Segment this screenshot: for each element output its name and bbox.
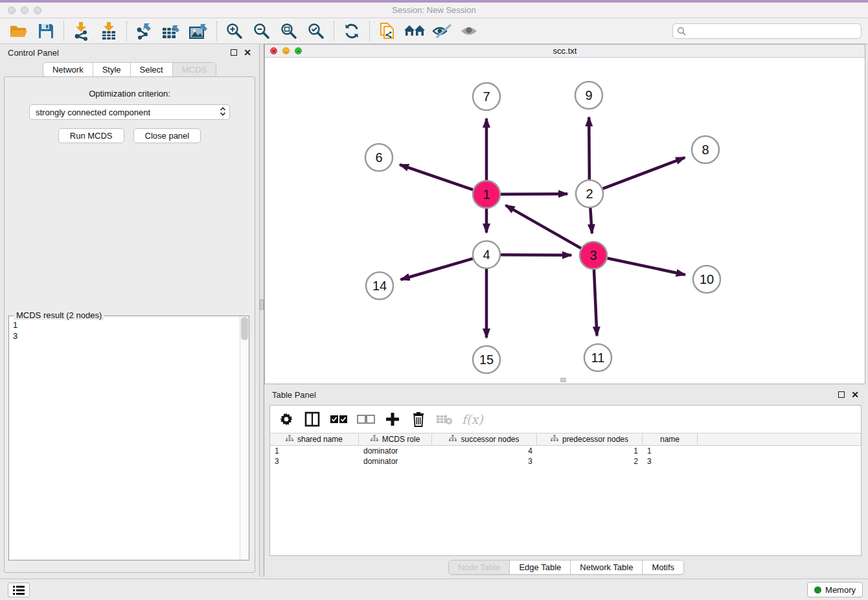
graph-node-3[interactable]: 3 — [580, 242, 607, 269]
panel-divider-handle[interactable] — [260, 299, 264, 310]
table-cell[interactable]: 3 — [432, 456, 537, 467]
graph-node-4[interactable]: 4 — [473, 241, 500, 268]
graph-node-9[interactable]: 9 — [575, 82, 602, 109]
graph-node-15[interactable]: 15 — [473, 346, 500, 373]
column-header-MCDS-role[interactable]: MCDS role — [359, 433, 432, 445]
save-session-icon[interactable] — [35, 21, 57, 41]
criterion-dropdown[interactable]: strongly connected component — [29, 104, 230, 120]
table-tab-edge-table[interactable]: Edge Table — [510, 560, 571, 574]
duplicate-network-icon[interactable] — [376, 21, 398, 41]
table-cell[interactable]: dominator — [359, 456, 432, 467]
memory-button[interactable]: Memory — [807, 582, 863, 597]
zoom-selected-icon[interactable] — [305, 21, 327, 41]
column-header-shared-name[interactable]: shared name — [270, 433, 359, 445]
graph-node-8[interactable]: 8 — [692, 136, 719, 163]
graph-node-7[interactable]: 7 — [473, 83, 500, 110]
mcds-result-text[interactable]: 1 3 — [9, 317, 240, 560]
zoom-window-button[interactable] — [34, 6, 41, 14]
node-table[interactable]: shared nameMCDS rolesuccessor nodesprede… — [270, 433, 861, 467]
result-scrollbar[interactable] — [240, 316, 249, 560]
clear-checkboxes-icon[interactable] — [357, 411, 375, 428]
add-column-icon[interactable] — [384, 411, 401, 428]
delete-column-icon[interactable] — [410, 411, 427, 428]
table-cell[interactable]: dominator — [359, 446, 432, 456]
network-minimize-button[interactable]: – — [282, 47, 290, 54]
window-titlebar: Session: New Session — [0, 3, 868, 18]
edge-2-to-8[interactable] — [603, 157, 685, 189]
delete-table-icon[interactable] — [436, 411, 453, 428]
svg-text:7: 7 — [483, 89, 490, 104]
close-table-panel-icon[interactable]: ✕ — [851, 391, 859, 398]
column-header-predecessor-nodes[interactable]: predecessor nodes — [537, 433, 643, 445]
edge-3-to-10[interactable] — [608, 259, 685, 275]
table-cell[interactable]: 1 — [270, 446, 359, 456]
search-box[interactable] — [672, 23, 862, 39]
edge-1-to-2[interactable] — [501, 194, 567, 194]
table-row[interactable]: 3dominator323 — [270, 456, 861, 467]
select-all-checkboxes-icon[interactable] — [330, 411, 348, 428]
panel-divider[interactable] — [259, 44, 264, 577]
column-header-name[interactable]: name — [643, 433, 698, 445]
table-tab-network-table[interactable]: Network Table — [571, 560, 643, 574]
table-cell[interactable]: 3 — [270, 456, 359, 467]
zoom-fit-icon[interactable] — [278, 21, 300, 41]
tab-network[interactable]: Network — [43, 63, 93, 76]
export-image-icon[interactable] — [188, 21, 210, 41]
export-network-icon[interactable] — [133, 21, 155, 41]
edge-4-to-14[interactable] — [401, 259, 473, 279]
table-row[interactable]: 1dominator411 — [270, 446, 861, 456]
tab-select[interactable]: Select — [131, 63, 173, 76]
zoom-out-icon[interactable] — [251, 21, 273, 41]
show-eye-icon[interactable] — [458, 21, 480, 41]
edge-3-to-1[interactable] — [506, 205, 581, 248]
edge-3-to-11[interactable] — [594, 270, 597, 336]
network-window-titlebar[interactable]: ✕ – + scc.txt — [265, 45, 865, 58]
column-header-successor-nodes[interactable]: successor nodes — [432, 433, 537, 445]
open-session-icon[interactable] — [8, 21, 30, 41]
tab-mcds[interactable]: MCDS — [173, 63, 216, 76]
network-canvas[interactable]: 7968124314101511 — [265, 58, 865, 384]
close-panel-icon[interactable]: ✕ — [244, 49, 251, 56]
tab-style[interactable]: Style — [93, 63, 131, 76]
result-scrollbar-thumb[interactable] — [241, 317, 248, 340]
task-history-button[interactable] — [8, 583, 30, 597]
hide-eye-icon[interactable] — [431, 21, 453, 41]
edge-4-to-3[interactable] — [501, 255, 571, 255]
table-cell[interactable]: 1 — [643, 446, 698, 456]
edge-2-to-3[interactable] — [590, 208, 591, 233]
search-input[interactable] — [689, 26, 857, 36]
canvas-resize-handle[interactable] — [560, 378, 566, 382]
table-tab-motifs[interactable]: Motifs — [643, 560, 683, 574]
table-cell[interactable]: 4 — [432, 446, 537, 456]
refresh-icon[interactable] — [341, 21, 363, 41]
table-settings-gear-icon[interactable] — [278, 411, 295, 428]
graph-node-2[interactable]: 2 — [576, 180, 603, 207]
function-builder-icon[interactable]: f(x) — [462, 411, 483, 428]
network-close-button[interactable]: ✕ — [270, 47, 277, 54]
float-panel-icon[interactable] — [231, 49, 237, 56]
export-table-icon[interactable] — [161, 21, 183, 41]
graph-node-14[interactable]: 14 — [366, 272, 393, 299]
graph-node-11[interactable]: 11 — [584, 344, 611, 371]
run-mcds-button[interactable]: Run MCDS — [58, 128, 124, 143]
edge-2-to-9[interactable] — [589, 117, 589, 179]
import-table-icon[interactable] — [98, 21, 120, 41]
show-columns-icon[interactable] — [304, 411, 321, 428]
minimize-window-button[interactable] — [21, 6, 29, 14]
table-tab-node-table[interactable]: Node Table — [449, 560, 510, 574]
network-graph[interactable]: 7968124314101511 — [265, 58, 865, 384]
graph-node-1[interactable]: 1 — [473, 181, 500, 208]
graph-node-10[interactable]: 10 — [693, 266, 720, 293]
two-houses-icon[interactable] — [404, 21, 426, 41]
close-panel-button[interactable]: Close panel — [133, 128, 201, 143]
float-table-panel-icon[interactable] — [838, 391, 845, 398]
edge-1-to-6[interactable] — [400, 165, 473, 190]
table-cell[interactable]: 1 — [537, 446, 643, 456]
network-zoom-button[interactable]: + — [295, 47, 302, 54]
table-cell[interactable]: 3 — [643, 456, 698, 467]
table-cell[interactable]: 2 — [537, 456, 643, 467]
zoom-in-icon[interactable] — [223, 21, 246, 41]
graph-node-6[interactable]: 6 — [365, 144, 393, 171]
import-network-icon[interactable] — [71, 21, 93, 41]
close-window-button[interactable] — [8, 6, 16, 14]
